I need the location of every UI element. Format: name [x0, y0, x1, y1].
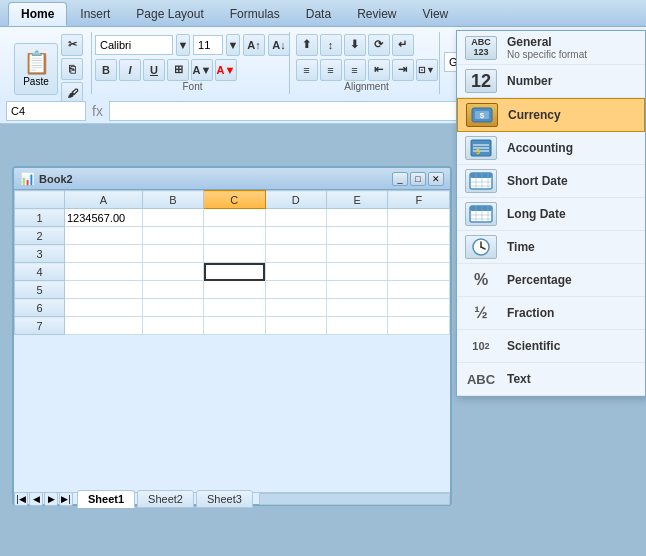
cell-c5[interactable] — [204, 281, 265, 299]
col-header-f[interactable]: F — [388, 191, 450, 209]
cell-e5[interactable] — [327, 281, 388, 299]
cell-f2[interactable] — [388, 227, 450, 245]
cell-a1[interactable]: 1234567.00 — [65, 209, 143, 227]
cell-b1[interactable] — [142, 209, 203, 227]
underline-button[interactable]: U — [143, 59, 165, 81]
italic-button[interactable]: I — [119, 59, 141, 81]
cell-a3[interactable] — [65, 245, 143, 263]
next-tab-button[interactable]: ▶ — [44, 492, 58, 506]
align-top-button[interactable]: ⬆ — [296, 34, 318, 56]
cell-a6[interactable] — [65, 299, 143, 317]
col-header-d[interactable]: D — [265, 191, 326, 209]
cell-a2[interactable] — [65, 227, 143, 245]
sheet-tab-sheet2[interactable]: Sheet2 — [137, 490, 194, 508]
cut-button[interactable]: ✂ — [61, 34, 83, 56]
cell-c1[interactable] — [204, 209, 265, 227]
cell-d2[interactable] — [265, 227, 326, 245]
cell-e2[interactable] — [327, 227, 388, 245]
cell-f1[interactable] — [388, 209, 450, 227]
format-item-fraction[interactable]: ½ Fraction — [457, 297, 645, 330]
format-item-general[interactable]: ABC123 General No specific format — [457, 31, 645, 65]
cell-d3[interactable] — [265, 245, 326, 263]
copy-button[interactable]: ⎘ — [61, 58, 83, 80]
minimize-button[interactable]: _ — [392, 172, 408, 186]
cell-c6[interactable] — [204, 299, 265, 317]
tab-insert[interactable]: Insert — [67, 2, 123, 26]
cell-a7[interactable] — [65, 317, 143, 335]
cell-e1[interactable] — [327, 209, 388, 227]
format-item-short-date[interactable]: Short Date — [457, 165, 645, 198]
font-size-box[interactable]: 11 — [193, 35, 223, 55]
cell-d4[interactable] — [265, 263, 326, 281]
cell-b3[interactable] — [142, 245, 203, 263]
col-header-b[interactable]: B — [142, 191, 203, 209]
merge-cells-button[interactable]: ⊡▼ — [416, 59, 438, 81]
format-item-percentage[interactable]: % Percentage — [457, 264, 645, 297]
font-name-dropdown[interactable]: ▼ — [176, 34, 190, 56]
font-shrink-button[interactable]: A↓ — [268, 34, 290, 56]
prev-tab-button[interactable]: ◀ — [29, 492, 43, 506]
tab-review[interactable]: Review — [344, 2, 409, 26]
font-grow-button[interactable]: A↑ — [243, 34, 265, 56]
first-tab-button[interactable]: |◀ — [14, 492, 28, 506]
tab-view[interactable]: View — [409, 2, 461, 26]
cell-f5[interactable] — [388, 281, 450, 299]
align-right-button[interactable]: ≡ — [344, 59, 366, 81]
format-item-accounting[interactable]: $ Accounting — [457, 132, 645, 165]
col-header-e[interactable]: E — [327, 191, 388, 209]
tab-home[interactable]: Home — [8, 2, 67, 26]
cell-f4[interactable] — [388, 263, 450, 281]
cell-e6[interactable] — [327, 299, 388, 317]
cell-c4[interactable] — [204, 263, 265, 281]
col-header-a[interactable]: A — [65, 191, 143, 209]
cell-f3[interactable] — [388, 245, 450, 263]
tab-page-layout[interactable]: Page Layout — [123, 2, 216, 26]
font-name-box[interactable]: Calibri — [95, 35, 173, 55]
cell-b4[interactable] — [142, 263, 203, 281]
cell-f6[interactable] — [388, 299, 450, 317]
cell-c2[interactable] — [204, 227, 265, 245]
cell-c3[interactable] — [204, 245, 265, 263]
format-item-currency[interactable]: $ Currency — [457, 98, 645, 132]
font-color-button[interactable]: A▼ — [215, 59, 237, 81]
decrease-indent-button[interactable]: ⇤ — [368, 59, 390, 81]
bold-button[interactable]: B — [95, 59, 117, 81]
align-center-button[interactable]: ≡ — [320, 59, 342, 81]
wrap-text-button[interactable]: ↵ — [392, 34, 414, 56]
cell-a5[interactable] — [65, 281, 143, 299]
cell-b7[interactable] — [142, 317, 203, 335]
cell-d1[interactable] — [265, 209, 326, 227]
format-item-scientific[interactable]: 102 Scientific — [457, 330, 645, 363]
sheet-tab-sheet3[interactable]: Sheet3 — [196, 490, 253, 508]
orientation-button[interactable]: ⟳ — [368, 34, 390, 56]
h-scrollbar[interactable]: |◀ ◀ ▶ ▶| Sheet1 Sheet2 Sheet3 — [14, 492, 450, 504]
cell-c7[interactable] — [204, 317, 265, 335]
cell-d7[interactable] — [265, 317, 326, 335]
sheet-tab-sheet1[interactable]: Sheet1 — [77, 490, 135, 508]
cell-f7[interactable] — [388, 317, 450, 335]
cell-d5[interactable] — [265, 281, 326, 299]
cell-e4[interactable] — [327, 263, 388, 281]
close-button[interactable]: ✕ — [428, 172, 444, 186]
format-item-long-date[interactable]: Long Date — [457, 198, 645, 231]
col-header-c[interactable]: C — [204, 191, 265, 209]
name-box[interactable]: C4 — [6, 101, 86, 121]
cell-e3[interactable] — [327, 245, 388, 263]
format-item-time[interactable]: Time — [457, 231, 645, 264]
cell-b2[interactable] — [142, 227, 203, 245]
fill-color-button[interactable]: A▼ — [191, 59, 213, 81]
paste-button[interactable]: 📋 Paste — [14, 43, 58, 95]
cell-d6[interactable] — [265, 299, 326, 317]
cell-e7[interactable] — [327, 317, 388, 335]
align-left-button[interactable]: ≡ — [296, 59, 318, 81]
restore-button[interactable]: □ — [410, 172, 426, 186]
increase-indent-button[interactable]: ⇥ — [392, 59, 414, 81]
borders-button[interactable]: ⊞ — [167, 59, 189, 81]
cell-b6[interactable] — [142, 299, 203, 317]
font-size-dropdown[interactable]: ▼ — [226, 34, 240, 56]
last-tab-button[interactable]: ▶| — [59, 492, 73, 506]
cell-b5[interactable] — [142, 281, 203, 299]
format-item-number[interactable]: 12 Number — [457, 65, 645, 98]
align-middle-button[interactable]: ↕ — [320, 34, 342, 56]
align-bottom-button[interactable]: ⬇ — [344, 34, 366, 56]
